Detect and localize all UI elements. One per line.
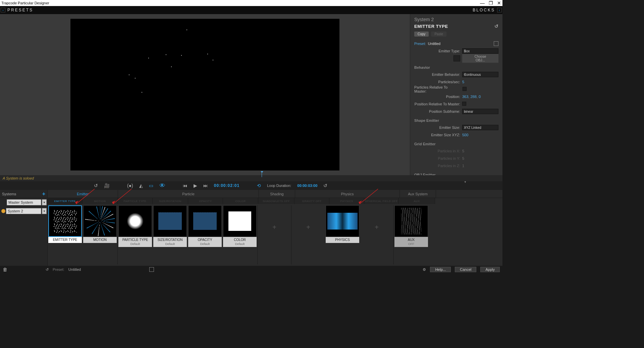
subheader-spherical[interactable]: SPHERICAL FIELD OFF [364, 198, 399, 204]
footer-save-icon[interactable] [149, 267, 154, 272]
window-title: Trapcode Particular Designer [1, 1, 49, 5]
block-physics[interactable]: PHYSICS [326, 205, 359, 264]
bounds-icon[interactable]: ▭ [149, 183, 153, 188]
preset-value[interactable]: Untitled [428, 42, 464, 46]
emitter-size-dropdown[interactable]: XYZ Linked▼ [462, 125, 498, 130]
position-value[interactable]: 363, 288, 0 [462, 95, 498, 99]
choose-obj-button[interactable]: Choose OBJ... [462, 54, 498, 63]
particle-dot [171, 66, 172, 67]
visibility-icon[interactable]: 👁 [159, 182, 165, 189]
blocks-label[interactable]: BLOCKS [473, 8, 495, 12]
system-dropdown-master[interactable]: Master System [7, 199, 41, 205]
add-spherical-block[interactable]: + [360, 205, 393, 249]
block-sublabel: Default [130, 242, 140, 246]
particles-sec-value[interactable]: 5 [462, 80, 498, 84]
thumb-aux-icon [401, 208, 421, 235]
trash-icon[interactable]: 🗑 [3, 267, 7, 272]
systems-header: Systems [2, 192, 16, 196]
loop-reset-icon[interactable]: ↺ [323, 183, 327, 188]
preview-viewport[interactable] [70, 19, 339, 170]
add-gravity-block[interactable]: + [291, 205, 325, 249]
save-preset-icon[interactable] [494, 41, 498, 46]
particles-y-value: 5 [462, 156, 498, 160]
skip-back-icon[interactable]: ⏮ [183, 183, 187, 188]
alpha-icon[interactable]: (●) [127, 183, 133, 188]
window-close-icon[interactable]: ✕ [497, 0, 501, 6]
help-button[interactable]: Help... [430, 267, 451, 272]
reset-icon[interactable]: ↺ [494, 23, 498, 29]
skip-forward-icon[interactable]: ⏭ [203, 183, 208, 188]
subheader-color[interactable]: COLOR [223, 198, 258, 204]
emitter-size-xyz-value[interactable]: 500 [462, 133, 498, 137]
particle-dot [207, 54, 208, 54]
subheader-aux[interactable]: AUX [399, 198, 435, 204]
system-dropdown-arrow[interactable]: ▼ [42, 199, 47, 205]
wireframe-icon[interactable]: ◭ [139, 183, 143, 188]
system-solo-icon[interactable] [1, 209, 5, 213]
emitter-behavior-dropdown[interactable]: Continuous▼ [462, 72, 498, 77]
block-color[interactable]: COLORDefault [223, 205, 257, 264]
paste-button: Paste [431, 32, 446, 37]
obj-emitter-section-header: OBJ Emitter [414, 173, 498, 175]
timecode-display[interactable]: 00:00:02:01 [214, 183, 239, 188]
block-particle-type[interactable]: PARTICLE TYPEDefault [118, 205, 152, 264]
group-header-aux[interactable]: Aux System [400, 190, 436, 198]
block-size-rotation[interactable]: SIZE/ROTATIONDefault [153, 205, 187, 264]
particle-dot [142, 92, 142, 93]
system-dropdown-arrow[interactable]: ▼ [42, 208, 47, 214]
subheader-shadowlets[interactable]: SHADOWLETS OFF [258, 198, 294, 204]
status-bar: A System is soloed [0, 175, 502, 181]
emitter-type-value: Box [464, 49, 470, 53]
camera-icon[interactable]: 🎥 [104, 183, 110, 188]
footer-reset-icon[interactable]: ↺ [46, 267, 49, 272]
subheader-physics[interactable]: PHYSICS [329, 198, 364, 204]
block-sublabel: Default [235, 242, 245, 246]
position-rel-master-checkbox[interactable] [462, 102, 466, 106]
subheader-motion[interactable]: MOTION [83, 198, 118, 204]
loop-icon[interactable]: ⟲ [257, 183, 261, 188]
subheader-emitter-type[interactable]: EMITTER TYPE [48, 198, 83, 204]
particles-rel-master-checkbox[interactable] [463, 87, 467, 91]
presets-label[interactable]: PRESETS [7, 8, 33, 12]
system-visibility-icon[interactable] [1, 200, 6, 205]
cancel-button[interactable]: Cancel [455, 267, 476, 272]
subheader-opacity[interactable]: OPACITY [188, 198, 223, 204]
preset-label: Preset: [414, 42, 426, 46]
system-name: Master System [8, 200, 33, 204]
group-header-physics[interactable]: Physics [295, 190, 400, 198]
block-label: PHYSICS [335, 238, 350, 242]
undo-icon[interactable]: ↺ [94, 183, 98, 188]
block-emitter-type[interactable]: EMITTER TYPE [48, 205, 82, 264]
block-opacity[interactable]: OPACITYDefault [188, 205, 222, 264]
add-shading-block[interactable]: + [258, 205, 291, 249]
subheader-size-rotation[interactable]: SIZE/ROTATION [153, 198, 188, 204]
particle-dot [135, 78, 136, 79]
group-header-particle[interactable]: Particle [118, 190, 259, 198]
loop-duration-value[interactable]: 00:00:03:00 [297, 184, 317, 188]
group-header-shading[interactable]: Shading [259, 190, 295, 198]
system-name: System 2 [8, 209, 23, 213]
apply-button[interactable]: Apply [480, 267, 500, 272]
add-system-button[interactable]: + [42, 191, 45, 197]
block-aux[interactable]: AUXOFF [394, 205, 428, 264]
subheader-gravity[interactable]: GRAVITY OFF [294, 198, 329, 204]
blocks-toggle-icon[interactable]: ‹ [497, 8, 502, 12]
window-minimize-icon[interactable]: — [480, 0, 485, 6]
play-icon[interactable]: ▶ [194, 183, 197, 188]
system-dropdown-system2[interactable]: System 2 [6, 208, 41, 214]
footer-bar: 🗑 ↺ Preset: Untitled ⚙ Help... Cancel Ap… [0, 266, 502, 272]
emitter-type-label: Emitter Type: [438, 49, 460, 53]
presets-toggle-icon[interactable]: › [1, 8, 5, 12]
window-maximize-icon[interactable]: ❐ [489, 0, 493, 6]
block-motion[interactable]: MOTION [83, 205, 117, 264]
subheader-particle-type[interactable]: PARTICLE TYPE [118, 198, 153, 204]
thumb-noise-icon [53, 209, 77, 233]
emitter-type-dropdown[interactable]: Box▼ [462, 48, 498, 54]
timeline-playhead[interactable] [262, 172, 262, 177]
settings-icon[interactable]: ⚙ [423, 267, 426, 272]
group-header-emitter[interactable]: Emitter [48, 190, 118, 198]
emitter-size-value: XYZ Linked [464, 126, 481, 130]
footer-preset-value[interactable]: Untitled [68, 267, 81, 271]
copy-button[interactable]: Copy [414, 32, 429, 37]
position-subframe-dropdown[interactable]: Linear▼ [462, 109, 498, 114]
